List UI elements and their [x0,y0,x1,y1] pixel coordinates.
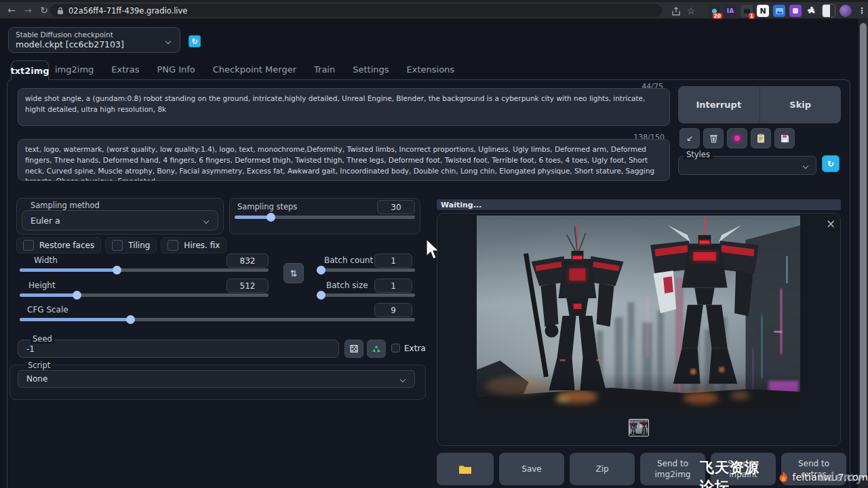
checkbox-icon [23,240,34,251]
message-extension-icon[interactable]: 1 [741,5,753,17]
cfg-scale-slider[interactable] [20,318,415,321]
tab-extras[interactable]: Extras [111,64,139,75]
share-icon[interactable] [671,7,681,16]
batch-size-slider[interactable] [317,293,415,297]
checkpoint-value: model.ckpt [cc6cb27103] [16,39,173,49]
save-style-button[interactable] [774,128,795,148]
height-label: Height [28,281,56,290]
sampling-steps-slider[interactable] [235,216,415,219]
dice-icon: ⚄ [349,343,358,355]
height-slider[interactable] [20,293,269,297]
browser-menu-icon[interactable]: ⋮ [856,5,868,17]
address-bar[interactable]: 02a56ff4-71ff-439e.gradio.live [50,4,662,17]
width-label: Width [34,256,58,265]
script-dropdown[interactable]: None [18,370,415,388]
browser-toolbar: ← → ↻ 02a56ff4-71ff-439e.gradio.live ☆ 2… [0,0,868,19]
tab-checkpoint-merger[interactable]: Checkpoint Merger [213,64,296,75]
extra-networks-icon [734,136,740,141]
close-gallery-icon[interactable]: × [826,217,835,230]
bookmark-star-icon[interactable]: ☆ [685,5,697,16]
restore-faces-checkbox[interactable]: Restore faces [16,237,101,253]
checkbox-icon [167,240,178,251]
trash-icon [709,134,718,143]
lock-icon [57,7,64,15]
sampling-steps-value[interactable]: 30 [377,200,415,214]
generated-image[interactable] [477,216,800,413]
browser-back-button[interactable]: ← [5,5,18,16]
prompt-input[interactable]: wide shot angle, a (gundam:0.8) robot st… [18,88,670,126]
clear-prompt-button[interactable] [703,128,724,148]
save-button[interactable]: Save [499,453,564,485]
batch-size-label: Batch size [326,281,368,290]
styles-label: Styles [684,150,713,159]
browser-reload-button[interactable]: ↻ [38,5,50,16]
pin-extension-icon[interactable]: 20 [708,5,720,17]
negative-prompt-input[interactable]: text, logo, watermark, (worst quality, l… [18,139,670,181]
width-slider[interactable] [20,268,269,272]
script-value: None [26,374,47,384]
notion-extension-icon[interactable]: N [757,5,769,17]
tab-settings[interactable]: Settings [353,64,389,75]
sampling-steps-label: Sampling steps [237,202,297,211]
height-value[interactable]: 512 [226,279,269,293]
page-scrollbar-thumb[interactable] [860,23,867,479]
zip-button[interactable]: Zip [570,453,635,485]
tab-bar: img2img Extras PNG Info Checkpoint Merge… [55,64,454,75]
chevron-down-icon [203,218,209,224]
open-folder-button[interactable] [437,453,494,485]
tab-extensions[interactable]: Extensions [407,64,455,75]
purple-extension-icon[interactable] [789,5,802,17]
chevron-down-icon [400,377,406,382]
toggle-row: Restore faces Tiling Hires. fix [16,237,226,253]
batch-count-slider[interactable] [317,268,415,272]
floppy-disk-icon [781,134,789,143]
interrupt-skip-group: Interrupt Skip [678,86,841,123]
seed-input[interactable]: -1 [18,340,339,358]
seed-value: -1 [26,344,35,354]
extension-icons: 20 IA 1 N ⋮ [708,5,868,17]
swap-width-height-button[interactable]: ⇅ [283,263,304,283]
clipboard-icon [757,134,765,143]
send-to-inpaint-button[interactable]: Send to inpaint [711,453,776,485]
image-extension-icon[interactable] [773,5,785,17]
tiling-checkbox[interactable]: Tiling [105,237,157,253]
skip-button[interactable]: Skip [760,86,842,123]
width-value[interactable]: 832 [226,253,269,268]
checkpoint-refresh-button[interactable]: ↻ [189,35,201,47]
cfg-scale-value[interactable]: 9 [374,303,412,317]
tab-png-info[interactable]: PNG Info [157,64,195,75]
seed-label: Seed [31,334,54,344]
random-seed-button[interactable]: ⚄ [344,340,363,358]
hires-fix-checkbox[interactable]: Hires. fix [161,237,226,253]
tab-train[interactable]: Train [314,64,335,75]
profile-avatar[interactable] [840,5,852,17]
interrupt-button[interactable]: Interrupt [678,86,760,123]
extra-seed-checkbox[interactable] [391,344,400,352]
url-text: 02a56ff4-71ff-439e.gradio.live [68,6,187,16]
styles-refresh-button[interactable]: ↻ [822,155,840,172]
reuse-seed-button[interactable] [367,340,386,358]
extra-networks-button[interactable] [727,128,747,148]
tab-img2img[interactable]: img2img [55,64,94,75]
paste-params-button[interactable]: ↙ [679,128,700,148]
browser-forward-button[interactable]: → [22,5,34,16]
sampling-method-value: Euler a [31,216,60,226]
extensions-puzzle-icon[interactable] [806,5,818,17]
batch-size-value[interactable]: 1 [374,279,412,293]
tab-txt2img[interactable]: txt2img [11,60,49,80]
extra-seed-label: Extra [404,344,426,353]
checkpoint-dropdown[interactable]: Stable Diffusion checkpoint model.ckpt [… [8,27,180,53]
sampling-method-dropdown[interactable]: Euler a [22,210,218,230]
sidebar-toggle-icon[interactable] [822,4,835,18]
apply-styles-button[interactable] [751,128,771,148]
cfg-scale-label: CFG Scale [27,305,68,314]
ia-extension-icon[interactable]: IA [724,5,736,17]
folder-icon [458,464,472,474]
progress-bar: Waiting... [437,199,841,210]
batch-count-value[interactable]: 1 [374,253,412,268]
send-to-extras-button[interactable]: Send to extras [781,453,846,485]
gallery-thumbnail[interactable] [629,419,649,436]
chevron-down-icon [803,163,808,169]
sampling-method-label: Sampling method [31,201,100,210]
send-to-img2img-button[interactable]: Send to img2img [640,453,705,485]
